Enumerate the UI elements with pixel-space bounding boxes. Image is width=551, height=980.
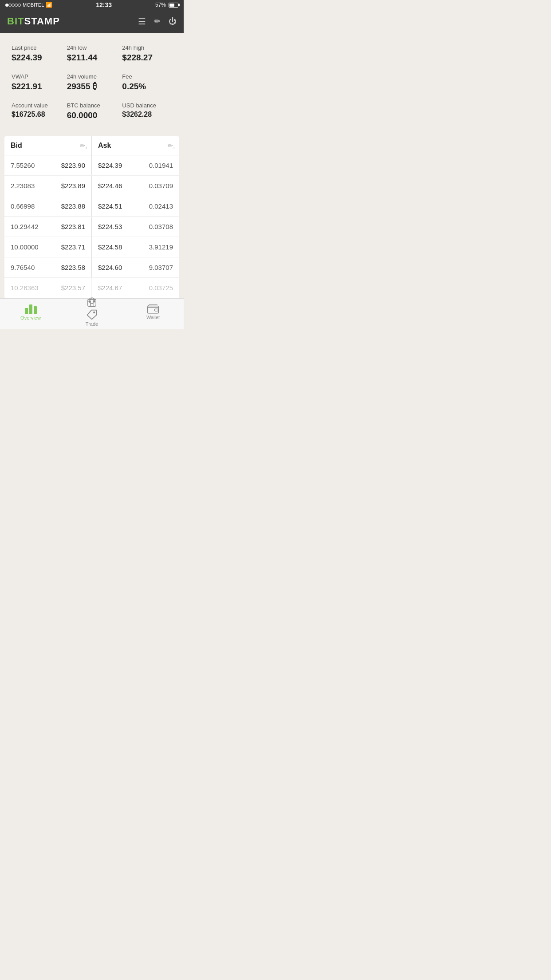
- bid-cell: 2.23083 $223.89: [4, 176, 92, 196]
- ask-amount: 0.01941: [149, 162, 173, 169]
- ask-amount: 0.03709: [149, 182, 173, 190]
- trade-icon: [87, 297, 97, 308]
- orderbook-header: Bid ✏+ Ask ✏+: [4, 136, 179, 155]
- app-header: BITSTAMP ☰ ✏ ⏻: [0, 10, 184, 33]
- bid-header-label: Bid: [11, 142, 22, 150]
- nav-item-trade[interactable]: Trade: [61, 297, 122, 327]
- stat-label-24h-volume: 24h volume: [67, 73, 117, 80]
- logo-bit: BIT: [7, 16, 24, 27]
- ask-price: $224.46: [98, 182, 122, 190]
- ask-price: $224.39: [98, 162, 122, 169]
- stat-24h-volume: 24h volume 29355 ₿: [64, 70, 120, 99]
- stat-label-vwap: VWAP: [12, 73, 62, 80]
- stat-label-fee: Fee: [122, 73, 172, 80]
- stat-value-usd-balance: $3262.28: [122, 111, 172, 119]
- stat-fee: Fee 0.25%: [119, 70, 175, 99]
- stat-value-fee: 0.25%: [122, 82, 172, 91]
- bid-price: $223.58: [61, 264, 85, 271]
- stat-value-account-value: $16725.68: [12, 111, 62, 119]
- bid-amount: 2.23083: [11, 182, 35, 190]
- ask-cell: $224.51 0.02413: [92, 196, 179, 216]
- stat-24h-low: 24h low $211.44: [64, 41, 120, 70]
- stats-grid: Last price $224.39 24h low $211.44 24h h…: [0, 33, 184, 132]
- table-row: 10.29442 $223.81 $224.53 0.03708: [4, 217, 179, 237]
- stat-label-24h-high: 24h high: [122, 44, 172, 51]
- bid-column-header: Bid ✏+: [4, 136, 92, 155]
- ask-add-icon[interactable]: ✏+: [168, 142, 173, 149]
- stat-value-24h-volume: 29355 ₿: [67, 82, 117, 91]
- bottom-nav: Overview Trade Wallet: [0, 298, 184, 329]
- bid-amount: 10.00000: [11, 243, 39, 251]
- bid-price: $223.90: [61, 162, 85, 169]
- orderbook-rows: 7.55260 $223.90 $224.39 0.01941 2.23083 …: [4, 155, 179, 298]
- time-label: 12:33: [96, 1, 112, 8]
- battery-icon: [169, 3, 178, 8]
- bid-amount: 7.55260: [11, 162, 35, 169]
- ask-cell: $224.67 0.03725: [92, 278, 179, 298]
- nav-label-wallet: Wallet: [146, 315, 160, 320]
- logo-stamp: STAMP: [24, 16, 59, 27]
- table-row: 2.23083 $223.89 $224.46 0.03709: [4, 176, 179, 196]
- stat-last-price: Last price $224.39: [9, 41, 64, 70]
- stat-label-last-price: Last price: [12, 44, 62, 51]
- bid-cell: 0.66998 $223.88: [4, 196, 92, 216]
- table-row: 10.26363 $223.57 $224.67 0.03725: [4, 278, 179, 298]
- stat-value-btc-balance: 60.0000: [67, 111, 117, 120]
- wifi-icon: 📶: [46, 2, 52, 8]
- stat-value-vwap: $221.91: [12, 82, 62, 91]
- stat-label-24h-low: 24h low: [67, 44, 117, 51]
- bid-price: $223.89: [61, 182, 85, 190]
- app-logo: BITSTAMP: [7, 16, 60, 27]
- bid-amount: 10.26363: [11, 284, 39, 292]
- bid-add-icon[interactable]: ✏+: [80, 142, 85, 149]
- trade-tag-icon: [86, 309, 98, 320]
- bid-price: $223.57: [61, 284, 85, 292]
- ask-price: $224.53: [98, 223, 122, 230]
- menu-icon[interactable]: ☰: [138, 16, 146, 27]
- power-icon[interactable]: ⏻: [169, 17, 177, 26]
- ask-price: $224.60: [98, 264, 122, 271]
- nav-item-wallet[interactable]: Wallet: [122, 304, 184, 320]
- stat-vwap: VWAP $221.91: [9, 70, 64, 99]
- bid-amount: 0.66998: [11, 202, 35, 210]
- stat-value-last-price: $224.39: [12, 53, 62, 63]
- carrier-label: MOBITEL: [23, 2, 44, 8]
- stat-label-btc-balance: BTC balance: [67, 102, 117, 109]
- ask-cell: $224.58 3.91219: [92, 237, 179, 257]
- battery-percent: 57%: [155, 2, 166, 8]
- stat-account-value: Account value $16725.68: [9, 99, 64, 127]
- overview-bars-icon: [25, 304, 37, 314]
- ask-amount: 0.03708: [149, 223, 173, 230]
- ask-amount: 0.03725: [149, 284, 173, 292]
- svg-point-1: [93, 311, 95, 313]
- ask-amount: 0.02413: [149, 202, 173, 210]
- stat-label-usd-balance: USD balance: [122, 102, 172, 109]
- ask-price: $224.51: [98, 202, 122, 210]
- stat-24h-high: 24h high $228.27: [119, 41, 175, 70]
- ask-price: $224.67: [98, 284, 122, 292]
- ask-cell: $224.53 0.03708: [92, 217, 179, 237]
- status-bar: MOBITEL 📶 12:33 57%: [0, 0, 184, 10]
- ask-column-header: Ask ✏+: [92, 136, 179, 155]
- nav-item-overview[interactable]: Overview: [0, 304, 61, 320]
- table-row: 9.76540 $223.58 $224.60 9.03707: [4, 257, 179, 278]
- ask-header-label: Ask: [98, 142, 111, 150]
- ask-amount: 9.03707: [149, 264, 173, 271]
- ask-cell: $224.39 0.01941: [92, 155, 179, 175]
- stat-value-24h-low: $211.44: [67, 53, 117, 63]
- bid-cell: 7.55260 $223.90: [4, 155, 92, 175]
- stat-usd-balance: USD balance $3262.28: [119, 99, 175, 127]
- ask-price: $224.58: [98, 243, 122, 251]
- pencil-icon[interactable]: ✏: [154, 16, 161, 26]
- svg-rect-2: [148, 306, 158, 313]
- stat-label-account-value: Account value: [12, 102, 62, 109]
- table-row: 10.00000 $223.71 $224.58 3.91219: [4, 237, 179, 257]
- bid-cell: 10.29442 $223.81: [4, 217, 92, 237]
- ask-cell: $224.60 9.03707: [92, 257, 179, 277]
- status-right: 57%: [155, 2, 178, 8]
- ask-cell: $224.46 0.03709: [92, 176, 179, 196]
- stat-btc-balance: BTC balance 60.0000: [64, 99, 120, 127]
- orderbook: Bid ✏+ Ask ✏+ 7.55260 $223.90 $224.39 0.…: [4, 136, 179, 298]
- bid-price: $223.71: [61, 243, 85, 251]
- bid-amount: 9.76540: [11, 264, 35, 271]
